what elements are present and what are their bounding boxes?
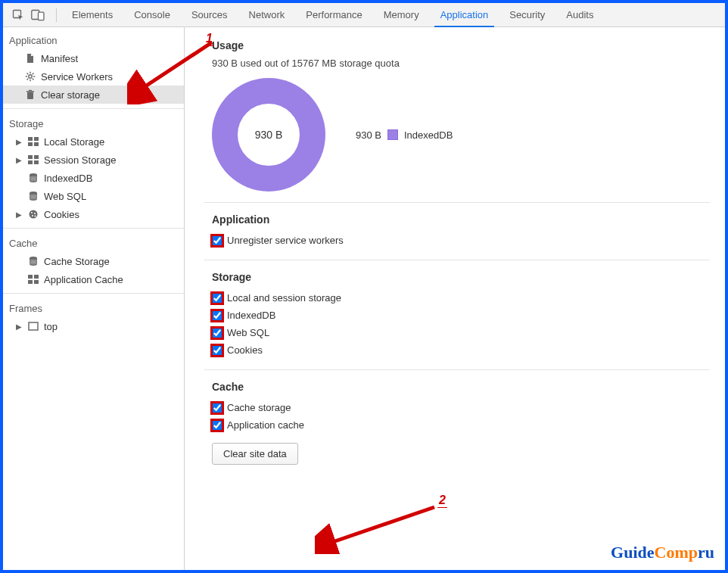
option-label: Cache storage xyxy=(227,402,291,413)
tab-performance[interactable]: Performance xyxy=(295,3,372,26)
svg-rect-37 xyxy=(28,275,33,279)
sidebar-item-label: Manifest xyxy=(41,53,78,64)
legend-label: IndexedDB xyxy=(404,129,453,141)
svg-point-29 xyxy=(30,210,38,219)
sidebar-item-label: Cache Storage xyxy=(44,256,110,267)
checkbox-cookies[interactable] xyxy=(212,345,222,356)
option-websql[interactable]: Web SQL xyxy=(212,324,710,341)
svg-rect-38 xyxy=(34,275,39,279)
svg-line-9 xyxy=(33,79,34,80)
sidebar-section-cache: Cache xyxy=(3,233,184,252)
option-unregister-service-workers[interactable]: Unregister service workers xyxy=(212,232,710,249)
svg-point-32 xyxy=(32,215,33,216)
database-icon xyxy=(27,172,39,184)
option-label: IndexedDB xyxy=(227,310,275,321)
option-label: Cookies xyxy=(227,344,263,356)
svg-point-31 xyxy=(34,213,36,214)
tab-sources[interactable]: Sources xyxy=(181,3,238,26)
tab-audits[interactable]: Audits xyxy=(555,3,604,26)
checkbox-websql[interactable] xyxy=(212,328,222,338)
sidebar-item-cookies[interactable]: ▶ Cookies xyxy=(3,205,184,223)
device-toggle-icon[interactable] xyxy=(29,6,47,24)
tab-memory[interactable]: Memory xyxy=(373,3,430,26)
inspect-icon[interactable] xyxy=(9,6,27,24)
option-label: Local and session storage xyxy=(227,292,341,304)
svg-rect-19 xyxy=(28,155,33,159)
usage-heading: Usage xyxy=(212,39,710,51)
sidebar-item-frame-top[interactable]: ▶ top xyxy=(3,317,184,335)
tab-elements[interactable]: Elements xyxy=(61,3,123,26)
table-icon xyxy=(27,135,39,148)
sidebar-item-indexeddb[interactable]: ▶ IndexedDB xyxy=(3,169,184,187)
chevron-right-icon: ▶ xyxy=(15,156,23,164)
svg-point-3 xyxy=(29,75,32,78)
option-indexeddb[interactable]: IndexedDB xyxy=(212,307,710,324)
annotation-number-1: 1 xyxy=(206,32,213,45)
watermark: GuideCompru xyxy=(611,543,714,562)
option-cache-storage[interactable]: Cache storage xyxy=(212,399,710,416)
svg-rect-20 xyxy=(34,155,39,159)
document-icon xyxy=(24,52,36,64)
chevron-right-icon: ▶ xyxy=(15,322,23,331)
svg-line-10 xyxy=(33,73,34,75)
checkbox-application-cache[interactable] xyxy=(212,420,222,431)
toolbar-divider xyxy=(56,8,57,22)
gear-icon xyxy=(24,70,36,83)
sidebar-item-cache-storage[interactable]: ▶ Cache Storage xyxy=(3,252,184,270)
chevron-right-icon: ▶ xyxy=(15,210,23,219)
tab-application[interactable]: Application xyxy=(430,3,499,26)
legend-value: 930 B xyxy=(356,129,381,141)
sidebar-item-session-storage[interactable]: ▶ Session Storage xyxy=(3,151,184,169)
svg-rect-22 xyxy=(34,160,39,164)
database-icon xyxy=(27,190,39,202)
svg-rect-40 xyxy=(34,280,39,284)
usage-summary-text: 930 B used out of 15767 MB storage quota xyxy=(212,58,710,69)
sidebar-item-label: IndexedDB xyxy=(44,173,92,184)
option-application-cache[interactable]: Application cache xyxy=(212,416,710,434)
sidebar-item-label: Session Storage xyxy=(44,154,116,166)
section-heading-cache: Cache xyxy=(212,381,710,393)
sidebar-item-clear-storage[interactable]: Clear storage xyxy=(3,86,184,104)
svg-point-25 xyxy=(30,179,37,182)
svg-rect-12 xyxy=(27,92,33,99)
tab-network[interactable]: Network xyxy=(238,3,296,26)
svg-rect-17 xyxy=(28,142,33,146)
sidebar-section-storage: Storage xyxy=(3,114,184,132)
table-icon xyxy=(27,154,39,166)
section-heading-storage: Storage xyxy=(212,271,710,283)
sidebar-item-manifest[interactable]: Manifest xyxy=(3,49,184,67)
usage-donut-center-value: 930 B xyxy=(212,78,325,192)
svg-point-36 xyxy=(30,262,37,265)
usage-legend: 930 B IndexedDB xyxy=(356,129,453,141)
checkbox-indexeddb[interactable] xyxy=(212,310,222,321)
svg-rect-2 xyxy=(39,12,45,20)
option-cookies[interactable]: Cookies xyxy=(212,341,710,359)
sidebar-item-label: Local Storage xyxy=(44,136,104,148)
sidebar-item-websql[interactable]: ▶ Web SQL xyxy=(3,187,184,205)
option-label: Application cache xyxy=(227,419,304,431)
frame-icon xyxy=(27,320,39,332)
clear-site-data-button[interactable]: Clear site data xyxy=(212,443,298,465)
sidebar-section-frames: Frames xyxy=(3,298,184,317)
sidebar-item-label: Cookies xyxy=(44,209,79,220)
legend-swatch-icon xyxy=(387,129,398,140)
svg-rect-39 xyxy=(28,280,33,284)
tab-console[interactable]: Console xyxy=(123,3,181,26)
sidebar-item-label: Application Cache xyxy=(44,274,123,285)
option-local-session-storage[interactable]: Local and session storage xyxy=(212,289,710,307)
usage-donut-chart: 930 B xyxy=(212,78,325,192)
sidebar-item-local-storage[interactable]: ▶ Local Storage xyxy=(3,132,184,151)
panel-tabs: Elements Console Sources Network Perform… xyxy=(61,3,604,26)
svg-rect-18 xyxy=(34,142,39,146)
checkbox-cache-storage[interactable] xyxy=(212,403,222,413)
svg-rect-16 xyxy=(34,137,39,141)
checkbox-local-session-storage[interactable] xyxy=(212,293,222,304)
checkbox-unregister-service-workers[interactable] xyxy=(212,235,222,246)
sidebar-item-service-workers[interactable]: Service Workers xyxy=(3,67,184,86)
sidebar-item-application-cache[interactable]: ▶ Application Cache xyxy=(3,270,184,288)
sidebar-item-label: Clear storage xyxy=(41,89,100,101)
clear-storage-panel: Usage 930 B used out of 15767 MB storage… xyxy=(185,27,725,570)
sidebar-section-application: Application xyxy=(3,30,184,49)
sidebar-item-label: Service Workers xyxy=(41,71,113,83)
tab-security[interactable]: Security xyxy=(499,3,555,26)
